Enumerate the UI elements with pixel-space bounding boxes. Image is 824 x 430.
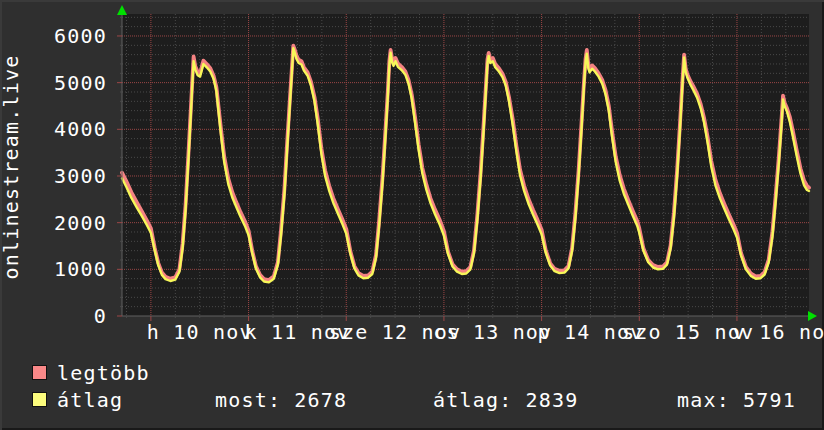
x-axis-label: v 16 nov — [733, 322, 824, 342]
stat-max: max:5791 — [677, 390, 796, 410]
legend-label-legtobb: legtöbb — [57, 363, 150, 383]
stat-max-label: max: — [677, 388, 730, 412]
y-axis-label: 3000 — [35, 166, 107, 186]
y-axis-label: 1000 — [35, 259, 107, 279]
y-axis-label: 2000 — [35, 213, 107, 233]
stat-atlag: átlag:2839 — [433, 390, 578, 410]
legend-swatch-atlag — [32, 392, 47, 407]
stat-most-label: most: — [215, 388, 281, 412]
legend-swatch-legtobb — [32, 365, 47, 380]
stat-atlag-value: 2839 — [525, 388, 578, 412]
legend-label-atlag: átlag — [57, 390, 123, 410]
rrdtool-graph: onlinestream.live 0100020003000400050006… — [0, 0, 824, 430]
y-axis-label: 6000 — [35, 26, 107, 46]
stat-max-value: 5791 — [743, 388, 796, 412]
x-axis-label: h 10 nov — [147, 322, 253, 342]
stat-atlag-label: átlag: — [433, 388, 512, 412]
y-axis-label: 0 — [35, 306, 107, 326]
vertical-axis-title: onlinestream.live — [0, 54, 23, 279]
x-axis-label: cs 13 nov — [433, 322, 552, 342]
y-axis-arrow-icon — [117, 5, 127, 15]
stat-most-value: 2678 — [294, 388, 347, 412]
y-axis-label: 4000 — [35, 119, 107, 139]
stat-most: most:2678 — [215, 390, 347, 410]
y-axis-label: 5000 — [35, 73, 107, 93]
